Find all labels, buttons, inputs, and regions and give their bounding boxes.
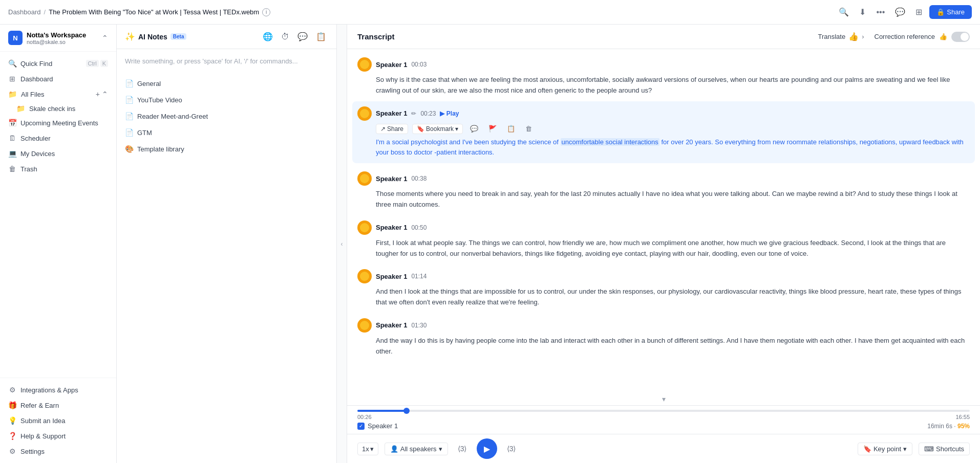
keypoint-label: Key point (874, 445, 901, 453)
bookmark-chevron-icon: ▾ (455, 125, 458, 133)
speaker-meta-1: Speaker 1 ✏ 00:23 ▶ Play (357, 106, 970, 121)
timeline-thumb (403, 408, 410, 414)
notes-placeholder: Write something, or press 'space' for AI… (125, 57, 298, 65)
collapse-files-icon[interactable]: ⌃ (102, 90, 108, 98)
share-button[interactable]: 🔒 Share (929, 5, 972, 19)
speaker-name-1: Speaker 1 (376, 109, 407, 117)
notes-list: 📄 General 📄 YouTube Video 📄 Reader Meet-… (117, 73, 336, 463)
settings-label: Settings (20, 448, 108, 455)
speakers-button[interactable]: 👤 All speakers ▾ (385, 443, 448, 455)
main-layout: N Notta's Workspace notta@skale.so ⌃ 🔍 Q… (0, 25, 980, 463)
comment-icon[interactable]: 💬 (892, 4, 908, 20)
search-nav-icon: 🔍 (8, 59, 16, 68)
speed-button[interactable]: 1x ▾ (357, 443, 378, 455)
files-icon: 📁 (8, 90, 17, 98)
segment-share-button[interactable]: ↗ Share (376, 124, 408, 134)
translate-arrow-icon: › (862, 33, 864, 40)
more-options-icon[interactable]: ••• (873, 5, 888, 20)
notes-clock-icon[interactable]: ⏱ (279, 30, 291, 43)
keypoint-button[interactable]: 🔖 Key point ▾ (858, 443, 912, 455)
speaker-name-2: Speaker 1 (376, 175, 407, 183)
search-icon[interactable]: 🔍 (836, 4, 852, 20)
translate-emoji: 👍 (848, 32, 859, 41)
timeline-total: 16:55 (955, 414, 970, 420)
speaker-filter-check[interactable]: ✓ (357, 423, 365, 430)
speaker-text-2: Those moments where you need to break in… (357, 189, 970, 210)
speaker-avatar-img-2 (360, 174, 369, 183)
speaker-time-4: 01:14 (411, 273, 427, 280)
speaker-avatar-1 (357, 106, 372, 121)
speaker-filter-name: Speaker 1 (368, 422, 398, 430)
sidebar-item-all-files[interactable]: 📁 All Files + ⌃ (0, 86, 116, 102)
note-item-general[interactable]: 📄 General (117, 75, 336, 92)
sidebar-item-trash[interactable]: 🗑 Trash (0, 161, 116, 177)
notes-write-area[interactable]: Write something, or press 'space' for AI… (117, 49, 336, 73)
transcript-panel: Transcript Translate 👍 › Correction refe… (347, 25, 980, 463)
idea-icon: 💡 (8, 416, 16, 425)
sidebar-item-refer[interactable]: 🎁 Refer & Earn (0, 398, 116, 413)
note-template-icon: 🎨 (125, 145, 133, 153)
edit-speaker-icon[interactable]: ✏ (411, 110, 416, 117)
sidebar-item-help[interactable]: ❓ Help & Support (0, 428, 116, 444)
skip-fwd-button[interactable]: ⟨3⟩ (503, 440, 520, 457)
add-file-icon[interactable]: + (96, 90, 100, 98)
note-item-template[interactable]: 🎨 Template library (117, 141, 336, 157)
sidebar-item-submit-idea[interactable]: 💡 Submit an Idea (0, 413, 116, 428)
speaker-avatar-2 (357, 171, 372, 186)
action-btn-flag[interactable]: 🚩 (485, 124, 500, 134)
note-item-youtube[interactable]: 📄 YouTube Video (117, 92, 336, 108)
note-doc-icon-1: 📄 (125, 96, 133, 104)
sidebar-item-dashboard[interactable]: ⊞ Dashboard (0, 71, 116, 86)
trash-icon: 🗑 (8, 165, 16, 173)
notes-panel: ✨ AI Notes Beta 🌐 ⏱ 💬 📋 Write something,… (117, 25, 337, 463)
sidebar-item-settings[interactable]: ⚙ Settings (0, 444, 116, 459)
shortcuts-button[interactable]: ⌨ Shortcuts (919, 443, 970, 455)
note-item-gtm[interactable]: 📄 GTM (117, 124, 336, 141)
speakers-chevron-icon: ▾ (439, 445, 442, 453)
speaker-block-5: Speaker 1 01:30 And the way I do this is… (357, 318, 970, 357)
sidebar-item-upcoming[interactable]: 📅 Upcoming Meeting Events (0, 115, 116, 130)
notes-chat-icon[interactable]: 💬 (295, 30, 310, 43)
bookmark-button[interactable]: 🔖 Bookmark ▾ (412, 124, 463, 134)
speaker-name-3: Speaker 1 (376, 224, 407, 231)
play-main-button[interactable]: ▶ (477, 438, 497, 459)
correction-toggle[interactable] (951, 32, 970, 42)
beta-badge: Beta (171, 33, 187, 40)
timeline-bar[interactable] (357, 410, 970, 412)
player-bar: 1x ▾ 👤 All speakers ▾ ⟨3⟩ ▶ ⟨3⟩ 🔖 Key po… (347, 434, 980, 463)
sidebar-item-devices[interactable]: 💻 My Devices (0, 146, 116, 161)
notes-copy-icon[interactable]: 📋 (314, 30, 328, 43)
speaker-avatar-img-1 (360, 109, 369, 118)
skip-back-button[interactable]: ⟨3⟩ (454, 440, 471, 457)
action-btn-delete[interactable]: 🗑 (522, 124, 535, 134)
action-btn-copy[interactable]: 📋 (504, 124, 518, 134)
note-doc-icon-2: 📄 (125, 112, 133, 120)
note-item-reader[interactable]: 📄 Reader Meet-and-Greet (117, 108, 336, 124)
speaker-block-1: Speaker 1 ✏ 00:23 ▶ Play ↗ Share 🔖 Bookm… (352, 101, 975, 164)
speaker-block-4: Speaker 1 01:14 And then I look at the t… (357, 269, 970, 308)
breadcrumb-dashboard[interactable]: Dashboard (8, 8, 41, 16)
devices-icon: 💻 (8, 149, 16, 158)
download-icon[interactable]: ⬇ (856, 4, 869, 20)
workspace-expand-icon[interactable]: ⌃ (102, 34, 108, 42)
sidebar-item-quick-find[interactable]: 🔍 Quick Find Ctrl K (0, 56, 116, 71)
folder-icon: 📁 (16, 104, 25, 113)
action-btn-msg[interactable]: 💬 (467, 124, 481, 134)
topbar-actions: 🔍 ⬇ ••• 💬 ⊞ 🔒 Share (836, 4, 972, 20)
keypoint-chevron-icon: ▾ (903, 445, 907, 453)
grid-icon[interactable]: ⊞ (912, 4, 925, 20)
collapse-handle[interactable]: ‹ (337, 25, 347, 463)
translate-area: Translate 👍 › (818, 32, 864, 41)
speaker-text-1: I'm a social psychologist and I've been … (357, 137, 970, 159)
sidebar-item-integrations[interactable]: ⚙ Integrations & Apps (0, 382, 116, 398)
sidebar-item-skale-check-ins[interactable]: 📁 Skale check ins (0, 102, 116, 115)
note-label-general: General (137, 80, 161, 87)
play-segment-button[interactable]: ▶ Play (440, 110, 459, 117)
collapse-chevron-icon: ‹ (341, 240, 343, 248)
submit-idea-label: Submit an Idea (20, 417, 108, 425)
info-icon[interactable]: i (262, 8, 270, 16)
quick-find-shortcut: Ctrl K (86, 60, 108, 67)
notes-emoji-icon[interactable]: 🌐 (261, 30, 275, 43)
speaker-avatar-img-4 (360, 272, 369, 281)
sidebar-item-scheduler[interactable]: 🗓 Scheduler (0, 130, 116, 146)
